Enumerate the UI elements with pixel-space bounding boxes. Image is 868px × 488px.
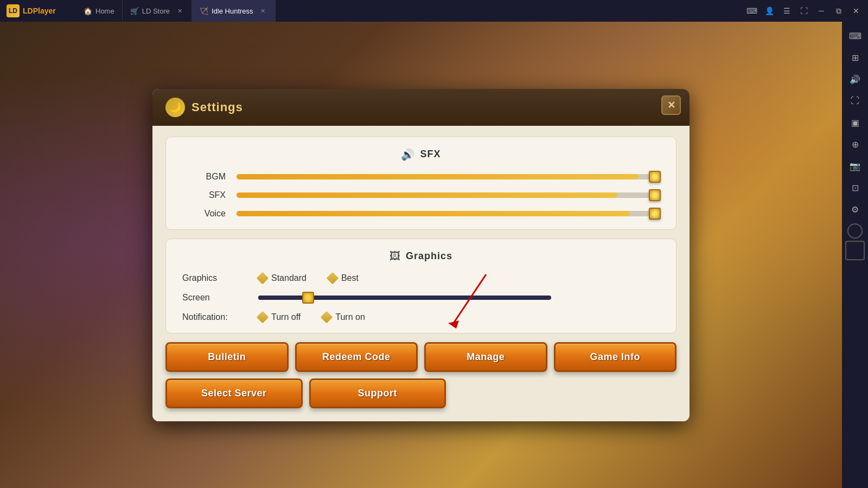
turn-off-diamond — [257, 311, 269, 323]
tab-home[interactable]: 🏠 Home — [76, 0, 123, 22]
app-name: LDPlayer — [23, 7, 56, 15]
support-button[interactable]: Support — [309, 378, 446, 408]
bgm-label: BGM — [182, 172, 226, 182]
app-logo: LD LDPlayer — [0, 4, 76, 17]
sidebar-settings[interactable]: ⚙ — [845, 200, 865, 219]
dialog-header: 🌙 Settings ✕ — [152, 89, 690, 126]
graphics-row-label: Graphics — [182, 273, 247, 283]
graphics-choices: Standard Best — [258, 273, 359, 283]
sfx-row: SFX — [182, 190, 660, 200]
best-diamond — [327, 272, 339, 284]
graphics-section-title: Graphics — [406, 251, 452, 262]
modal-overlay: 🌙 Settings ✕ 🔊 SFX BGM — [0, 22, 842, 488]
dialog-close-button[interactable]: ✕ — [661, 95, 681, 115]
screen-thumb[interactable] — [302, 292, 314, 304]
sidebar-video[interactable]: ⊡ — [845, 178, 865, 197]
sidebar-keyboard[interactable]: ⌨ — [845, 26, 865, 46]
idle-huntress-icon: 🏹 — [200, 7, 208, 15]
menu-icon[interactable]: ☰ — [779, 3, 794, 18]
standard-label: Standard — [271, 273, 307, 283]
sidebar-zoom[interactable]: ⛶ — [845, 91, 865, 111]
tab-idle-huntress[interactable]: 🏹 Idle Huntress ✕ — [192, 0, 276, 22]
turn-on-diamond — [321, 311, 333, 323]
right-sidebar: ⌨ ⊞ 🔊 ⛶ ▣ ⊕ 📷 ⊡ ⚙ — [842, 22, 868, 488]
tabs-container: 🏠 Home 🛒 LD Store ✕ 🏹 Idle Huntress ✕ — [76, 0, 740, 22]
tab-ldstore[interactable]: 🛒 LD Store ✕ — [123, 0, 192, 22]
action-buttons-row1: Bulletin Redeem Code Manage Game Info — [165, 342, 676, 372]
titlebar: LD LDPlayer 🏠 Home 🛒 LD Store ✕ 🏹 Idle H… — [0, 0, 868, 22]
sidebar-grid[interactable]: ⊞ — [845, 48, 865, 67]
graphics-option-row: Graphics Standard Best — [182, 273, 660, 283]
screen-label: Screen — [182, 293, 247, 303]
sfx-slider[interactable] — [237, 192, 660, 198]
manage-button[interactable]: Manage — [424, 342, 547, 372]
sidebar-volume[interactable]: 🔊 — [845, 69, 865, 89]
dialog-title: Settings — [192, 100, 243, 114]
sfx-section: 🔊 SFX BGM SFX — [165, 137, 676, 230]
voice-thumb[interactable] — [649, 208, 661, 220]
tab-idle-huntress-label: Idle Huntress — [212, 7, 253, 15]
fullscreen-icon[interactable]: ⛶ — [796, 3, 812, 18]
sfx-section-header: 🔊 SFX — [182, 148, 660, 161]
screen-slider-container — [258, 296, 551, 300]
best-label: Best — [341, 273, 359, 283]
screen-row: Screen — [182, 293, 660, 303]
moon-icon: 🌙 — [169, 101, 181, 113]
action-buttons-row2: Select Server Support — [165, 378, 676, 408]
sidebar-square[interactable] — [845, 241, 865, 260]
redeem-code-button[interactable]: Redeem Code — [295, 342, 418, 372]
svg-marker-1 — [448, 320, 459, 329]
sidebar-macro[interactable]: ⊕ — [845, 134, 865, 154]
graphics-section: 🖼 Graphics Graphics Standard Best — [165, 239, 676, 333]
graphics-icon: 🖼 — [390, 250, 400, 262]
turn-on-option[interactable]: Turn on — [322, 312, 365, 322]
graphics-section-header: 🖼 Graphics — [182, 250, 660, 262]
graphics-best[interactable]: Best — [328, 273, 359, 283]
standard-diamond — [257, 272, 269, 284]
logo-icon: LD — [7, 4, 20, 17]
settings-header-icon: 🌙 — [165, 98, 185, 117]
notification-label: Notification: — [182, 312, 247, 322]
sfx-icon: 🔊 — [401, 148, 414, 161]
window-controls: ⌨ 👤 ☰ ⛶ ─ ⧉ ✕ — [740, 3, 868, 18]
bgm-slider[interactable] — [237, 174, 660, 179]
bgm-thumb[interactable] — [649, 171, 661, 183]
notification-row: Notification: Turn off Turn on — [182, 312, 660, 322]
sfx-label: SFX — [182, 190, 226, 200]
turn-off-label: Turn off — [271, 312, 301, 322]
select-server-button[interactable]: Select Server — [165, 378, 303, 408]
minimize-button[interactable]: ─ — [814, 3, 829, 18]
tab-ldstore-close[interactable]: ✕ — [175, 7, 184, 15]
voice-row: Voice — [182, 209, 660, 219]
sidebar-screenshot[interactable]: 📷 — [845, 156, 865, 176]
tab-idle-huntress-close[interactable]: ✕ — [259, 7, 267, 15]
settings-dialog: 🌙 Settings ✕ 🔊 SFX BGM — [152, 89, 690, 421]
keyboard-icon[interactable]: ⌨ — [744, 3, 760, 18]
game-info-button[interactable]: Game Info — [554, 342, 677, 372]
voice-label: Voice — [182, 209, 226, 219]
graphics-standard[interactable]: Standard — [258, 273, 307, 283]
bgm-row: BGM — [182, 172, 660, 182]
home-icon: 🏠 — [84, 7, 92, 15]
close-button[interactable]: ✕ — [848, 3, 864, 18]
dialog-body: 🔊 SFX BGM SFX — [152, 126, 690, 421]
sidebar-layout[interactable]: ▣ — [845, 113, 865, 132]
turn-on-label: Turn on — [335, 312, 365, 322]
sfx-section-title: SFX — [420, 149, 441, 160]
sidebar-circle[interactable] — [847, 223, 863, 239]
ldstore-icon: 🛒 — [130, 7, 139, 15]
tab-home-label: Home — [95, 7, 114, 15]
sfx-thumb[interactable] — [649, 189, 661, 201]
screen-track[interactable] — [258, 296, 551, 300]
restore-button[interactable]: ⧉ — [831, 3, 846, 18]
turn-off-option[interactable]: Turn off — [258, 312, 301, 322]
user-icon[interactable]: 👤 — [762, 3, 777, 18]
notification-choices: Turn off Turn on — [258, 312, 365, 322]
tab-ldstore-label: LD Store — [142, 7, 170, 15]
voice-slider[interactable] — [237, 211, 660, 216]
bulletin-button[interactable]: Bulletin — [165, 342, 289, 372]
